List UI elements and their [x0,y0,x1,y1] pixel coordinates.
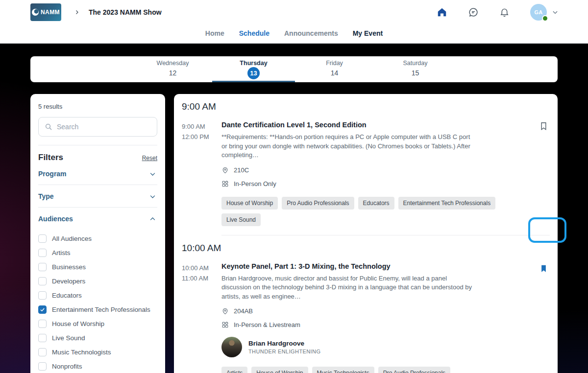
presence-dot [542,15,548,22]
checkbox[interactable] [38,320,47,328]
audience-option-house-of-worship[interactable]: House of Worship [38,317,157,331]
nav-tab-announcements[interactable]: Announcements [284,29,338,37]
tag-music-technologists: Music Technologists [312,367,374,373]
format-grid-icon [221,321,229,328]
messages-icon[interactable] [468,7,479,18]
audience-option-label: Businesses [52,263,86,271]
results-count: 5 results [38,103,157,110]
filter-section-audiences[interactable]: Audiences [38,208,157,230]
nav-tab-schedule[interactable]: Schedule [239,29,270,37]
event-location: 210C [234,166,249,174]
main-nav: HomeScheduleAnnouncementsMy Event [0,24,588,43]
date-tab-number: 13 [247,67,260,79]
audience-option-label: House of Worship [52,320,104,327]
checkbox[interactable] [38,249,47,257]
date-tab-thursday[interactable]: Thursday13 [213,56,294,82]
tag-educators: Educators [358,197,394,210]
audience-option-label: Nonprofits [52,363,82,370]
event-format: In-Person Only [234,180,276,187]
bookmark-button[interactable] [538,120,549,132]
tag-pro-audio-professionals: Pro Audio Professionals [378,367,450,373]
audience-option-businesses[interactable]: Businesses [38,260,157,274]
audience-option-developers[interactable]: Developers [38,274,157,288]
event-format-row: In-Person Only [221,180,520,187]
breadcrumb-chevron-icon [74,9,80,15]
checkbox[interactable] [38,234,47,243]
audience-option-nonprofits[interactable]: Nonprofits [38,359,157,373]
filters-sidebar: 5 results Filters Reset Program Type Aud… [30,94,165,373]
avatar-initials: GA [534,9,542,15]
speaker-row[interactable]: Brian HardgrooveTHUNDER ENLIGHTENING [221,337,520,357]
breadcrumb: The 2023 NAMM Show [89,8,162,16]
event-time-range: 10:00 AM11:00 AM [182,262,221,373]
sidebar-divider [38,145,157,145]
notifications-bell-icon[interactable] [499,7,510,17]
checkbox[interactable] [38,362,47,371]
tag-pro-audio-professionals: Pro Audio Professionals [282,197,354,210]
audience-option-all-audiences[interactable]: All Audiences [38,232,157,246]
audience-option-label: Artists [52,249,71,256]
reset-filters-link[interactable]: Reset [142,155,157,162]
avatar: GA [530,4,547,21]
event-title[interactable]: Keynote Panel, Part 1: 3-D Mixing, the T… [221,262,520,270]
event-title[interactable]: Dante Certification Level 1, Second Edit… [221,121,520,129]
checkbox[interactable] [38,291,47,300]
checkbox-checked[interactable] [38,305,47,314]
home-icon[interactable] [437,7,447,18]
filter-section-label: Audiences [38,215,73,223]
date-tab-number: 12 [167,67,179,79]
date-tab-friday[interactable]: Friday14 [294,56,375,82]
filter-section-type[interactable]: Type [38,185,157,207]
audience-option-educators[interactable]: Educators [38,288,157,303]
event-start-time: 10:00 AM [182,263,221,273]
audience-option-label: All Audiences [52,235,92,242]
audience-option-live-sound[interactable]: Live Sound [38,331,157,345]
nav-tab-home[interactable]: Home [205,29,224,37]
bookmark-button-active[interactable] [538,263,549,275]
namm-logo[interactable]: NAMM [30,3,61,21]
speaker-name: Brian Hardgroove [248,340,320,347]
event-end-time: 11:00 AM [182,273,221,283]
account-menu[interactable]: GA [530,4,559,21]
date-tab-day: Friday [326,60,343,67]
nav-tab-my-event[interactable]: My Event [353,29,383,37]
checkbox[interactable] [38,263,47,271]
search-box [38,117,157,137]
tag-entertainment-tech-professionals: Entertainment Tech Professionals [398,197,496,210]
app-header: NAMM The 2023 NAMM Show [0,0,588,44]
event-description: Brian Hardgroove, music director and bas… [221,274,472,302]
location-pin-icon [221,307,229,315]
date-tab-day: Saturday [403,60,427,67]
chevron-down-icon [149,170,156,178]
audience-option-label: Entertainment Tech Professionals [52,306,150,313]
checkbox[interactable] [38,348,47,356]
namm-logo-text: NAMM [41,9,60,16]
date-tab-day: Wednesday [157,60,189,67]
chevron-down-icon [552,9,559,16]
date-tab-wednesday[interactable]: Wednesday12 [132,56,213,82]
search-input[interactable] [57,123,151,131]
audience-option-label: Educators [52,292,82,299]
audience-option-label: Developers [52,278,85,285]
tag-house-of-worship: House of Worship [251,367,308,373]
date-tab-day: Thursday [240,60,267,67]
event-start-time: 9:00 AM [182,121,221,132]
date-tab-saturday[interactable]: Saturday15 [375,56,456,82]
tag-live-sound: Live Sound [221,213,261,226]
chevron-up-icon [149,215,156,223]
tag-house-of-worship: House of Worship [221,197,278,210]
tag-artists: Artists [221,367,247,373]
event-card-keynote-panel-part-1-3-d-mixing-the-technology: 10:00 AM11:00 AMKeynote Panel, Part 1: 3… [174,257,558,373]
audience-option-artists[interactable]: Artists [38,246,157,260]
event-time-range: 9:00 AM12:00 PM [182,121,221,226]
audience-option-entertainment-tech-professionals[interactable]: Entertainment Tech Professionals [38,303,157,317]
checkbox[interactable] [38,277,47,285]
filter-section-program[interactable]: Program [38,163,157,185]
date-tab-bar: Wednesday12Thursday13Friday14Saturday15 [30,56,558,82]
checkbox[interactable] [38,334,47,342]
namm-logo-icon [32,9,39,16]
event-body: Dante Certification Level 1, Second Edit… [221,121,550,226]
time-group-header: 10:00 AM [174,235,558,257]
time-group-header: 9:00 AM [174,94,558,116]
audience-option-music-technologists[interactable]: Music Technologists [38,345,157,359]
